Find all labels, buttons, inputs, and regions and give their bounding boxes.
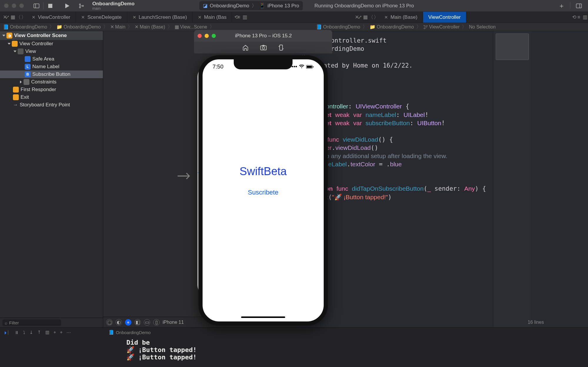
crumb-item[interactable]: 📘 OnboardingDemo [316,24,360,30]
step-over-icon[interactable]: ⤵ [23,330,25,335]
dark-mode-icon[interactable]: ● [125,319,131,326]
simulator-window[interactable]: iPhone 13 Pro – iOS 15.2 7:50 ••• SwiftB… [194,30,332,326]
simulator-title: iPhone 13 Pro – iOS 15.2 [216,33,311,39]
orientation-icon[interactable]: ◧ [134,319,141,326]
nav-back-icon[interactable]: 〈 [368,14,374,21]
screenshot-icon[interactable] [260,45,267,51]
crumb-item[interactable]: 📘 OnboardingDemo [3,24,47,30]
list-icon[interactable]: ≡ [577,14,583,20]
crumb-item[interactable]: ✕ Main (Base) [135,24,165,30]
device-ipad-icon[interactable]: ▭ [144,319,150,326]
close-tab-icon[interactable]: ✕ [353,14,358,20]
minimap[interactable] [493,31,531,327]
views-icon[interactable]: ▢ [106,319,113,326]
outline-item[interactable]: First Responder [0,86,103,93]
tab-viewcontroller-right[interactable]: ViewController [423,12,466,23]
tab-group-right: ✕ ⤢ ▦ 〈 〉 ✕Main (Base) ViewController ⟲ … [353,12,588,23]
outline-item[interactable]: View [0,48,103,55]
split-icon[interactable]: ▥ [243,14,248,20]
expand-icon[interactable]: ⤢ [358,14,363,20]
home-indicator[interactable] [241,316,285,318]
crumb-item[interactable]: No Selection [469,24,496,30]
debug-memory-icon[interactable]: ⌖ [54,330,56,335]
outline-item[interactable]: BSubscribe Button [0,71,103,78]
tab-viewcontroller[interactable]: ✕ViewController [26,12,76,23]
simulator-titlebar[interactable]: iPhone 13 Pro – iOS 15.2 [194,30,332,42]
zoom-window-icon[interactable] [19,4,24,8]
add-button[interactable]: ＋ [557,2,567,10]
filter-icon: ⌕ [5,320,7,325]
source-editor[interactable]: // ViewController.swift // OnboardingDem… [294,31,588,327]
zoom-window-icon[interactable] [212,34,216,38]
entry-point-arrow-icon [178,172,192,180]
scheme-device: iPhone 13 Pro [268,3,299,9]
svg-point-11 [262,47,265,49]
project-name: OnboardingDemo [92,1,135,6]
tab-launchscreen[interactable]: ✕LaunchScreen (Base) [127,12,193,23]
toggle-inspectors-icon[interactable] [574,2,584,10]
app-title-label: SwiftBeta [203,165,324,178]
tab-main-right[interactable]: ✕Main (Base) [379,12,423,23]
svg-point-5 [79,7,81,8]
outline-item[interactable]: Safe Area [0,55,103,63]
stop-button[interactable] [45,2,55,10]
refresh-icon[interactable]: ⟲ [572,14,577,20]
nav-fwd-icon[interactable]: 〉 [374,14,379,21]
debug-target[interactable]: 📘 OnboardingDemo [108,330,151,335]
crumb-item[interactable]: 📁 OnboardingDemo [370,24,414,30]
debug-view-icon[interactable]: ▥ [45,330,49,335]
home-icon[interactable] [242,45,249,51]
tab-strip: ✕ ⤢ ▦ 〈 〉 ✕ViewController ✕SceneDelegate… [0,12,588,23]
list-icon[interactable]: ≡ [237,14,243,20]
grid-icon[interactable]: ▦ [11,14,16,20]
svg-rect-12 [280,45,283,50]
device-iphone-icon[interactable]: ▯ [153,319,160,326]
svg-point-6 [82,5,83,6]
split-icon[interactable]: ▥ [583,14,588,20]
scm-button[interactable] [76,2,86,10]
outline-item[interactable]: Exit [0,93,103,101]
simulator-device[interactable]: 7:50 ••• SwiftBeta Suscribete [198,55,328,326]
crumb-item[interactable]: 📁 OnboardingDemo [56,24,101,30]
wifi-icon [299,65,304,69]
debug-more-icon[interactable]: ⋯ [66,330,71,335]
outline-item[interactable]: LName Label [0,63,103,71]
tab-scenedelegate[interactable]: ✕SceneDelegate [76,12,127,23]
svg-rect-2 [48,4,52,8]
expand-icon[interactable]: ⤢ [5,14,11,20]
minimize-window-icon[interactable] [12,4,16,8]
step-into-icon[interactable]: ⤓ [29,330,33,335]
tab-main[interactable]: ✕Main (Bas [193,12,232,23]
toggle-nav-icon[interactable] [31,2,41,10]
window-traffic-lights[interactable] [4,4,24,8]
minimize-window-icon[interactable] [205,34,209,38]
outline-item[interactable]: View Controller [0,40,103,48]
close-window-icon[interactable] [198,34,202,38]
crumb-item[interactable]: ✕ Main [110,24,126,30]
crumb-item[interactable]: 🕊 ViewController [423,24,460,30]
outline-item[interactable]: Constraints [0,78,103,86]
console-output[interactable]: Did be🚀 ¡Button tapped!🚀 ¡Button tapped! [0,337,588,367]
nav-fwd-icon[interactable]: 〉 [21,14,26,21]
refresh-icon[interactable]: ⟲ [232,14,237,20]
debug-pause-icon[interactable]: ⏸ [14,330,19,335]
debug-location-icon[interactable]: ⌖ [60,330,62,335]
close-tab-icon[interactable]: ✕ [0,14,5,20]
close-window-icon[interactable] [4,4,9,8]
appearance-icon[interactable]: ◐ [116,319,122,326]
crumb-item[interactable]: ▦ View...Scene [175,24,207,30]
debug-continue-icon[interactable]: ⏵⎸ [4,330,10,335]
app-subscribe-button[interactable]: Suscribete [203,189,324,196]
step-out-icon[interactable]: ⤒ [37,330,41,335]
run-button[interactable] [62,2,72,10]
grid-icon[interactable]: ▦ [363,14,368,20]
scheme-name: OnboardingDemo [210,3,249,9]
nav-back-icon[interactable]: 〈 [16,14,21,21]
outline-item[interactable]: →Storyboard Entry Point [0,101,103,109]
canvas-device-label[interactable]: iPhone 11 [163,320,184,325]
outline-header[interactable]: ◑ View Controller Scene [0,31,103,40]
scheme-selector[interactable]: ◪ OnboardingDemo 〉 📱 iPhone 13 Pro [199,1,303,10]
rotate-icon[interactable] [278,44,284,51]
status-time: 7:50 [213,63,223,70]
outline-filter-input[interactable]: ⌕ Filter [2,319,61,326]
